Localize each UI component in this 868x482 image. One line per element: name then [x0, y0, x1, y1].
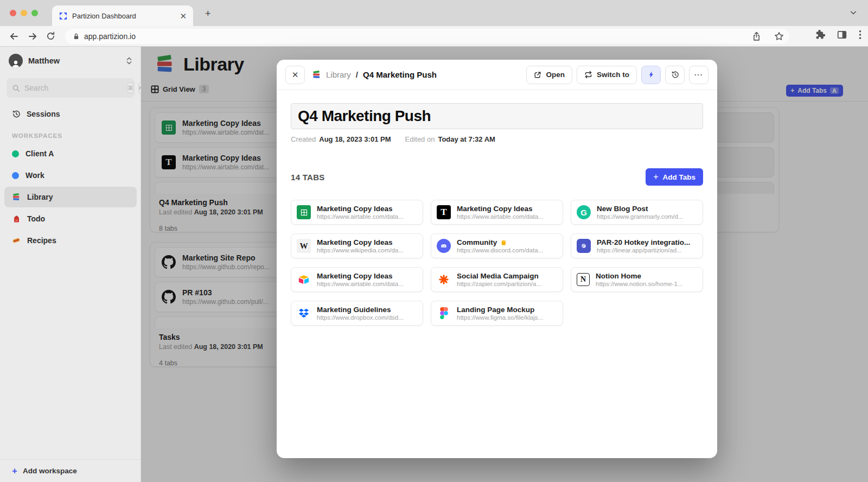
- forward-icon[interactable]: [27, 31, 38, 42]
- more-options-button[interactable]: ···: [689, 66, 709, 84]
- tab-card[interactable]: G New Blog Post https://www.grammarly.co…: [571, 200, 703, 225]
- tab-card[interactable]: W Marketing Copy Ideas https://www.wikip…: [291, 233, 423, 258]
- sessions-label: Sessions: [27, 110, 60, 118]
- tab-title: PAR-20 Hotkey integratio...: [597, 238, 690, 248]
- tab-url: https://www.airtable.com/data...: [317, 281, 404, 287]
- close-window-button[interactable]: [10, 10, 16, 16]
- window-controls[interactable]: [10, 10, 38, 16]
- breadcrumb-parent[interactable]: Library: [326, 70, 351, 79]
- search-icon: [12, 84, 20, 92]
- open-button[interactable]: Open: [526, 66, 572, 84]
- sidebar-item-work[interactable]: Work: [4, 165, 137, 186]
- quick-actions-bolt-button[interactable]: [641, 66, 661, 84]
- sidebar: Matthew ⌘ K Sessions WORKSPACES Client A: [0, 47, 141, 482]
- reload-icon[interactable]: [46, 31, 56, 41]
- search-input[interactable]: ⌘ K: [7, 78, 135, 98]
- account-switcher[interactable]: Matthew: [9, 53, 132, 68]
- tab-title: Marketing Copy Ideas: [317, 272, 404, 281]
- created-label: Created: [291, 135, 316, 143]
- edited-label: Edited on: [405, 135, 435, 143]
- workspace-label: Library: [27, 193, 53, 201]
- workspace-label: Client A: [25, 149, 54, 158]
- extensions-puzzle-icon[interactable]: [815, 30, 825, 40]
- tab-title: Marketing Copy Ideas: [457, 205, 544, 214]
- books-icon: [311, 70, 321, 80]
- add-workspace-button[interactable]: + Add workspace: [0, 459, 141, 482]
- browser-menu-kebab-icon[interactable]: [859, 30, 861, 40]
- sidebar-item-library[interactable]: Library: [4, 187, 137, 207]
- zapier-icon: [437, 272, 451, 287]
- plus-icon: +: [653, 173, 658, 181]
- switch-arrows-icon: [584, 71, 592, 79]
- side-panel-icon[interactable]: [837, 30, 847, 40]
- tab-search-chevron-icon[interactable]: [850, 9, 857, 16]
- url-text[interactable]: app.partizion.io: [84, 32, 752, 41]
- external-link-icon: [534, 71, 541, 79]
- green-dot-icon: [12, 150, 19, 157]
- add-tabs-label: Add Tabs: [663, 173, 696, 181]
- back-icon[interactable]: [9, 31, 20, 42]
- workspace-label: Work: [25, 171, 44, 180]
- tab-url: https://www.airtable.com/data...: [317, 213, 404, 220]
- tab-card[interactable]: T Marketing Copy Ideas https://www.airta…: [431, 200, 563, 225]
- tab-close-icon[interactable]: ✕: [180, 12, 187, 20]
- tab-title: Landing Page Mockup: [457, 306, 543, 315]
- workspaces-heading: WORKSPACES: [12, 132, 62, 139]
- tab-card[interactable]: Landing Page Mockup https://www.figma.so…: [431, 301, 563, 326]
- modal-close-button[interactable]: ✕: [285, 66, 305, 84]
- minimize-window-button[interactable]: [21, 10, 27, 16]
- tab-card[interactable]: N Notion Home https://www.notion.so/home…: [571, 267, 703, 292]
- history-clock-icon: [671, 71, 679, 79]
- sidebar-item-recipes[interactable]: Recipes: [4, 230, 137, 251]
- edited-value: Today at 7:32 AM: [438, 135, 495, 143]
- tab-card[interactable]: Marketing Copy Ideas https://www.airtabl…: [291, 267, 423, 292]
- created-value: Aug 18, 2023 3:01 PM: [319, 135, 391, 143]
- browser-toolbar: app.partizion.io: [0, 26, 868, 47]
- tab-card[interactable]: Marketing Guidelines https://www.dropbox…: [291, 301, 423, 326]
- collection-meta: Created Aug 18, 2023 3:01 PM Edited on T…: [291, 135, 703, 143]
- sidebar-item-todo[interactable]: Todo: [4, 208, 137, 229]
- collection-title-input[interactable]: [291, 103, 703, 129]
- tab-title: Partizion Dashboard: [72, 12, 175, 20]
- tab-title: Notion Home: [596, 272, 682, 281]
- zoom-window-button[interactable]: [31, 10, 38, 16]
- ellipsis-icon: ···: [694, 71, 703, 79]
- open-label: Open: [546, 71, 565, 79]
- close-icon: ✕: [292, 70, 299, 80]
- add-workspace-label: Add workspace: [23, 467, 77, 475]
- history-button[interactable]: [665, 66, 685, 84]
- tab-card[interactable]: Marketing Copy Ideas https://www.airtabl…: [291, 200, 423, 225]
- tab-url: https://www.notion.so/home-1...: [596, 281, 682, 287]
- browser-tab-strip: Partizion Dashboard ✕ +: [0, 0, 868, 26]
- tab-card[interactable]: PAR-20 Hotkey integratio... https://line…: [571, 233, 703, 258]
- grammarly-icon: G: [577, 205, 591, 219]
- new-tab-button[interactable]: +: [205, 9, 211, 18]
- backpack-icon: [12, 214, 21, 223]
- avatar: [9, 54, 23, 68]
- tab-url: https://www.figma.so/file/klajs...: [457, 314, 543, 321]
- tab-url: https://zapier.com/partizion/a...: [457, 281, 541, 287]
- bookmark-star-icon[interactable]: [774, 31, 784, 41]
- lock-icon[interactable]: [73, 33, 80, 40]
- address-bar[interactable]: app.partizion.io: [65, 29, 789, 44]
- sidebar-item-client-a[interactable]: Client A: [4, 143, 137, 164]
- search-field[interactable]: [24, 84, 123, 92]
- plus-icon: +: [12, 466, 17, 477]
- discord-icon: [437, 239, 451, 253]
- modal-header: ✕ Library / Q4 Marketing Push Open Switc…: [277, 60, 717, 90]
- sidebar-item-sessions[interactable]: Sessions: [7, 104, 135, 124]
- tab-card[interactable]: Social Media Campaign https://zapier.com…: [431, 267, 563, 292]
- chevron-updown-icon: [126, 56, 132, 65]
- lightning-bolt-icon: [648, 71, 655, 79]
- switch-to-button[interactable]: Switch to: [577, 66, 637, 84]
- browser-tab[interactable]: Partizion Dashboard ✕: [52, 5, 193, 26]
- tab-title: Marketing Copy Ideas: [317, 205, 404, 214]
- add-tabs-button[interactable]: + Add Tabs: [646, 168, 703, 186]
- blue-dot-icon: [12, 172, 19, 179]
- airtable-icon: [297, 272, 311, 287]
- user-name: Matthew: [28, 56, 120, 65]
- tabs-grid: Marketing Copy Ideas https://www.airtabl…: [291, 200, 703, 326]
- tab-card[interactable]: Community https://www.discord.com/data..…: [431, 233, 563, 258]
- share-icon[interactable]: [752, 31, 761, 41]
- history-clock-icon: [12, 110, 21, 118]
